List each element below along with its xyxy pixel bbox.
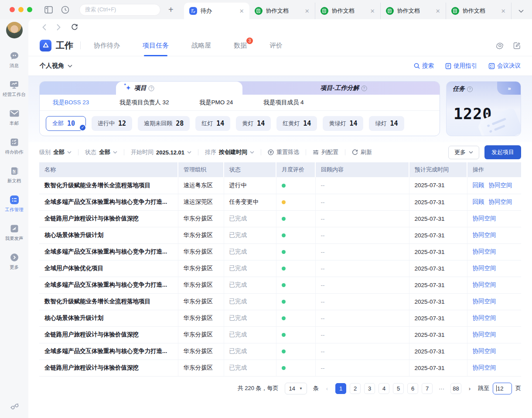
tab-doc-3[interactable]: 协作文档 ✕ [380,3,446,19]
minimize-window-button[interactable] [18,7,24,12]
sidebar-toggle-icon[interactable] [44,5,53,14]
role-tab-pmo[interactable]: 我是PMO 24 [200,99,233,106]
table-row[interactable]: 全域多端产品交互体验重构与核心竞争力打造...华东分拨区 已完成 --2025-… [39,343,521,360]
role-tab-member[interactable]: 我是项目成员 4 [263,99,304,106]
new-tab-button[interactable]: + [168,5,174,14]
tab-data[interactable]: 数据3 [234,35,247,56]
review-link[interactable]: 回顾 [473,199,484,205]
page-button[interactable]: 5 [393,383,404,394]
collab-space-link[interactable]: 协同空间 [473,232,496,238]
page-button[interactable]: 88 [450,383,461,394]
view-selector[interactable]: 个人视角 [40,62,64,70]
global-search[interactable] [79,4,160,16]
edit-note-icon[interactable] [513,42,521,49]
page-button[interactable]: 4 [379,383,389,394]
create-project-button[interactable]: 发起项目 [484,145,521,159]
close-tab-icon[interactable]: ✕ [501,8,506,14]
help-icon[interactable]: ? [361,86,367,91]
pill-green-light[interactable]: 绿灯14 [369,116,404,131]
tab-collab-todo[interactable]: 协作待办 [94,35,120,56]
sidebar-item-more[interactable]: 更多 [9,252,20,271]
tab-project-tasks[interactable]: 项目任务 [143,35,169,56]
collab-space-link[interactable]: 协同空间 [489,182,512,188]
task-card[interactable]: » 任务 ? 1220 [446,81,521,136]
collab-space-link[interactable]: 协同空间 [473,248,496,255]
tab-todo[interactable]: 待办 ✕ [184,3,249,19]
pill-yellow-light[interactable]: 黄灯14 [236,116,271,131]
table-row[interactable]: 全域多端产品交互体验重构与核心竞争力打造...华东分拨区 已完成 --2025-… [39,243,521,260]
collab-space-link[interactable]: 协同空间 [473,348,496,354]
tab-strategy-house[interactable]: 战略屋 [191,35,211,56]
close-window-button[interactable] [10,7,15,12]
tab-doc-4[interactable]: 协作文档 ✕ [446,3,511,19]
filter-sort[interactable]: 排序按创建时间 [205,148,254,156]
sidebar-item-messages[interactable]: 消息 [9,51,20,69]
table-row[interactable]: 全链路用户旅程设计与体验价值深挖华东分拨区 已完成 --2025-07-31 协… [39,326,521,343]
help-icon[interactable]: ? [467,86,473,92]
forward-icon[interactable] [57,24,61,31]
sidebar-item-work-management[interactable]: 工作管理 [5,195,24,213]
filter-start-date[interactable]: 开始时间2025.12.01 [131,148,191,156]
collab-space-link[interactable]: 协同空间 [473,281,496,288]
next-page-icon[interactable]: › [465,385,474,392]
page-button[interactable]: 2 [350,383,361,394]
close-tab-icon[interactable]: ✕ [436,8,440,14]
role-tab-owner[interactable]: 我是项目负责人 32 [119,99,169,106]
filter-level[interactable]: 级别全部 [39,148,72,156]
page-button[interactable]: 3 [364,383,375,394]
history-icon[interactable] [60,5,70,14]
tab-evaluation[interactable]: 评价 [269,35,283,56]
filter-status[interactable]: 状态全部 [85,148,117,156]
table-row[interactable]: 全域多端产品交互体验重构与核心竞争力打造...华东分拨区 已完成 --2025-… [39,277,521,293]
pill-all[interactable]: 全部10 ✓ [46,116,86,131]
collab-space-link[interactable]: 协同空间 [473,215,496,222]
chevron-down-icon[interactable] [68,65,72,68]
table-row[interactable]: 核心场景体验升级计划华东分拨区 已完成 --2025-07-31 协同空间 [39,310,521,326]
maximize-window-button[interactable] [27,7,32,12]
refresh-button[interactable]: 刷新 [352,148,372,156]
search-action[interactable]: 搜索 [414,62,434,70]
pill-in-progress[interactable]: 进行中12 [92,116,132,131]
table-row[interactable]: 全链路用户旅程设计与体验价值深挖华东分拨区 已完成 --2025-07-31 协… [39,360,521,376]
collab-space-link[interactable]: 协同空间 [473,315,496,321]
prev-page-icon[interactable]: ‹ [322,385,332,392]
page-button[interactable]: 1 [335,383,346,394]
collab-space-link[interactable]: 协同空间 [473,331,496,338]
page-ellipsis[interactable]: ··· [436,383,447,394]
collab-space-link[interactable]: 协同空间 [473,265,496,271]
sidebar-item-voice[interactable]: 我要发声 [5,223,24,242]
back-icon[interactable] [42,24,46,31]
usage-guide-action[interactable]: 使用指引 [445,62,477,70]
project-tab[interactable]: ✦✦ 项目 ? [125,82,154,95]
collab-space-link[interactable]: 协同空间 [489,199,512,205]
sidebar-item-mail[interactable]: 丰邮 [9,108,20,127]
more-button[interactable]: 更多 [448,146,479,159]
reload-icon[interactable] [71,24,78,31]
close-tab-icon[interactable]: ✕ [305,8,310,14]
table-row[interactable]: 数智化升级赋能业务增长全流程落地项目华东分拨区 已完成 --2025-07-31… [39,293,521,310]
sidebar-item-new-doc[interactable]: N 新文档 [7,166,21,184]
gear-icon[interactable] [496,42,504,49]
pill-red-yellow-light[interactable]: 红黄灯14 [276,116,317,131]
table-row[interactable]: 全域用户体验优化项目华东分拨区 已完成 --2025-07-31 协同空间 [39,260,521,277]
jump-page-input[interactable]: 12 [493,383,512,394]
search-input[interactable] [85,7,155,13]
assistant-glasses-icon[interactable] [9,401,20,411]
expand-chevrons-icon[interactable]: » [497,82,521,95]
page-button[interactable]: 6 [407,383,418,394]
pill-red-light[interactable]: 红灯14 [195,116,230,131]
close-tab-icon[interactable]: ✕ [239,8,244,14]
page-button[interactable]: 7 [422,383,433,394]
close-tab-icon[interactable]: ✕ [370,8,375,14]
collab-space-link[interactable]: 协同空间 [473,364,496,371]
role-tab-boss[interactable]: 我是BOSS 23 [53,99,89,106]
collab-space-link[interactable]: 协同空间 [473,298,496,305]
table-row[interactable]: 核心场景体验升级计划华东分拨区 已完成 --2025-07-31 协同空间 [39,227,521,243]
meeting-decisions-action[interactable]: 会议决议 [488,62,521,70]
pill-yellow-green-light[interactable]: 黄绿灯14 [323,116,363,131]
review-link[interactable]: 回顾 [473,182,484,188]
table-row[interactable]: 数智化升级赋能业务增长全流程落地项目速运粤东区 进行中 --2025-07-31… [39,177,521,194]
reset-filters-button[interactable]: 重置筛选 [268,148,299,156]
help-icon[interactable]: ? [149,86,154,91]
table-row[interactable]: 全域多端产品交互体验重构与核心竞争力打造...速运深莞区 任务变更中 --202… [39,194,521,210]
